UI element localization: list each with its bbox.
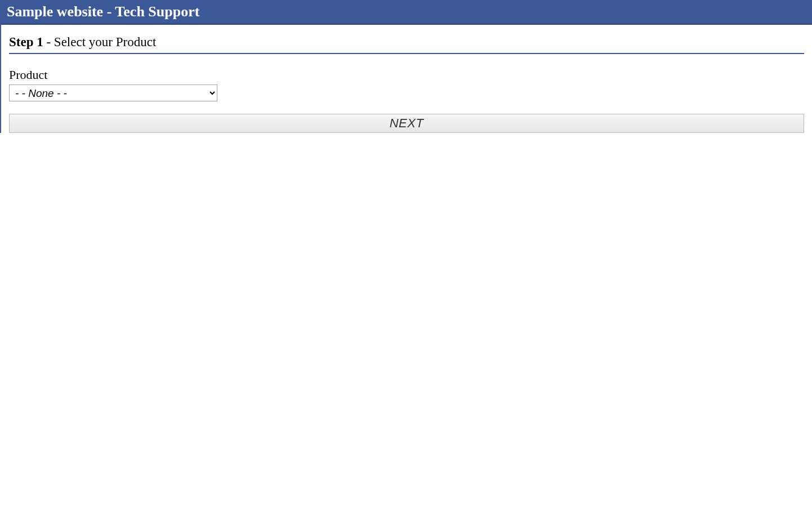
header-bar: Sample website - Tech Support — [1, 0, 812, 25]
product-label: Product — [9, 68, 804, 82]
step-number: Step 1 — [9, 35, 43, 49]
page-title: Sample website - Tech Support — [7, 3, 199, 20]
step-heading: Step 1 - Select your Product — [9, 35, 804, 54]
next-button[interactable]: NEXT — [9, 114, 804, 133]
product-field: Product - - None - - — [9, 68, 804, 101]
step-description: - Select your Product — [43, 35, 157, 49]
product-select[interactable]: - - None - - — [9, 84, 217, 101]
main-content: Step 1 - Select your Product Product - -… — [1, 25, 812, 133]
